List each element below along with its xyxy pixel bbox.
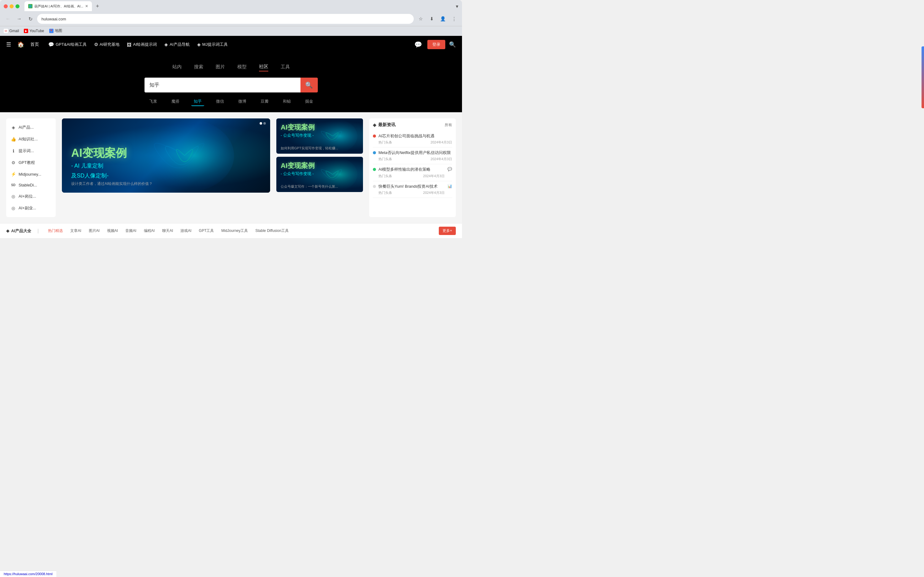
search-bar-container: 🔍 — [0, 77, 462, 92]
news-sidebar: ◈ 最新资讯 所有 AI芯片初创公司面临挑战与机遇 热门头条 2024年4月3日 — [369, 118, 456, 217]
tab-search[interactable]: 搜索 — [194, 63, 203, 71]
search-input[interactable] — [144, 77, 300, 92]
carousel-dot-2[interactable] — [263, 122, 266, 125]
address-input[interactable] — [37, 14, 414, 24]
bookmark-youtube[interactable]: ▶ YouTube — [24, 29, 44, 33]
news-date-1: 2024年4月3日 — [430, 140, 452, 145]
right-banner-1[interactable]: AI变现案例 - 公众号写作变现 - 如何利用GPT实现写作变现，轻松赚... — [276, 118, 363, 154]
banner-background: AI变现案例 - AI 儿童定制 及SD人像定制- 设计类工作者，通过AI绘画能… — [62, 118, 270, 193]
sidebar-item-midjourney[interactable]: ⚡ Midjourney... — [6, 169, 56, 180]
news-category-1: 热门头条 — [378, 140, 392, 145]
minimize-button[interactable] — [10, 4, 14, 8]
quick-feijing[interactable]: 飞浆 — [147, 97, 160, 106]
bottom-tab-chat[interactable]: 聊天AI — [159, 227, 176, 235]
bookmarks-bar: M Gmail ▶ YouTube 📍 地图 — [0, 26, 462, 36]
right-banner-2-sub: - 公众号写作变现 - — [281, 171, 314, 177]
bottom-tab-sd[interactable]: Stable Diffusion工具 — [252, 227, 292, 235]
new-tab-button[interactable]: + — [93, 2, 102, 11]
quick-mota[interactable]: 魔搭 — [169, 97, 182, 106]
sidebar-sd-label: StableDi... — [19, 183, 37, 187]
bottom-tab-game[interactable]: 游戏AI — [177, 227, 194, 235]
sidebar-item-gpt-tutorial[interactable]: ⚙ GPT教程 — [6, 157, 56, 169]
maximize-button[interactable] — [16, 4, 19, 8]
website: ☰ 🏠 首页 💬 GPT&AI绘画工具 ⚙ AI研究基地 🖼 AI绘画提示词 ◈… — [0, 36, 462, 238]
nav-ai-research[interactable]: ⚙ AI研究基地 — [91, 39, 123, 50]
news-item-4[interactable]: 快餐巨头Yum! Brands投资AI技术 热门头条 2024年4月3日 📊 — [373, 181, 452, 198]
right-banner-2[interactable]: AI变现案例 - 公众号写作变现 - 公众号爆文写作：一个新号凭什么第... — [276, 157, 363, 192]
home-icon[interactable]: 🏠 — [17, 41, 24, 48]
search-button[interactable]: 🔍 — [449, 41, 456, 48]
quick-douban[interactable]: 豆瓣 — [258, 97, 271, 106]
nav-mj-prompt[interactable]: ◈ MJ提示词工具 — [194, 39, 231, 50]
sidebar-item-ai-position[interactable]: ◎ AI+岗位... — [6, 190, 56, 202]
bottom-divider: | — [37, 228, 39, 234]
sidebar-item-prompt[interactable]: ℹ 提示词... — [6, 145, 56, 157]
tab-site[interactable]: 站内 — [172, 63, 182, 71]
news-all-button[interactable]: 所有 — [445, 122, 452, 128]
nav-product-icon: ◈ — [164, 42, 168, 47]
news-item-3[interactable]: AI模型多样性输出的潜在策略 热门头条 2024年4月3日 💬 — [373, 164, 452, 181]
sidebar-mj-icon: ⚡ — [11, 172, 16, 177]
more-button[interactable]: 更多+ — [439, 227, 456, 235]
bookmark-maps[interactable]: 📍 地图 — [49, 28, 62, 34]
search-bar: 🔍 — [144, 77, 318, 92]
sidebar-ai-products-icon: ◈ — [11, 125, 16, 130]
hamburger-menu[interactable]: ☰ — [6, 41, 11, 48]
bookmark-gmail[interactable]: M Gmail — [4, 29, 19, 33]
right-banner-1-title: AI变现案例 — [281, 123, 315, 132]
search-submit-button[interactable]: 🔍 — [300, 77, 318, 92]
search-submit-icon: 🔍 — [305, 81, 313, 89]
bottom-tab-gpt[interactable]: GPT工具 — [196, 227, 217, 235]
active-tab[interactable]: 🌐 葫芦娃AI | AI写作、AI绘画、AI... ✕ — [24, 1, 92, 11]
carousel-dot-1[interactable] — [260, 122, 262, 125]
sidebar-item-ai-knowledge[interactable]: 👍 AI知识社... — [6, 133, 56, 145]
tab-tools[interactable]: 工具 — [281, 63, 290, 71]
news-item-2[interactable]: Meta否认向Netflix提供用户私信访问权限 热门头条 2024年4月3日 — [373, 148, 452, 164]
title-bar: 🌐 葫芦娃AI | AI写作、AI绘画、AI... ✕ + ▾ — [0, 0, 462, 12]
tab-dropdown-button[interactable]: ▾ — [456, 3, 458, 9]
download-icon[interactable]: ⬇ — [427, 15, 436, 23]
bottom-tab-code[interactable]: 编程AI — [141, 227, 158, 235]
sidebar-item-stable-diff[interactable]: SD StableDi... — [6, 180, 56, 190]
nav-ai-paint[interactable]: 🖼 AI绘画提示词 — [124, 39, 160, 50]
back-button[interactable]: ← — [4, 15, 12, 23]
tab-image[interactable]: 图片 — [216, 63, 225, 71]
home-label[interactable]: 首页 — [30, 42, 39, 47]
wechat-button[interactable]: 💬 — [412, 39, 424, 50]
login-button[interactable]: 登录 — [427, 40, 445, 49]
tab-community[interactable]: 社区 — [259, 63, 268, 71]
right-banner-2-desc: 公众号爆文写作：一个新号凭什么第... — [281, 184, 360, 189]
bottom-tab-mj[interactable]: MidJourney工具 — [218, 227, 251, 235]
news-item-1[interactable]: AI芯片初创公司面临挑战与机遇 热门头条 2024年4月3日 — [373, 131, 452, 148]
banner-title: AI变现案例 — [71, 146, 153, 160]
nav-paint-icon: 🖼 — [127, 42, 131, 47]
bottom-tab-audio[interactable]: 音频AI — [122, 227, 139, 235]
quick-hexie[interactable]: 和鲸 — [280, 97, 293, 106]
reload-button[interactable]: ↻ — [26, 15, 35, 23]
maps-favicon: 📍 — [49, 29, 53, 33]
bottom-tab-image[interactable]: 图片AI — [86, 227, 103, 235]
tab-close-button[interactable]: ✕ — [85, 4, 88, 8]
close-button[interactable] — [4, 4, 8, 8]
nav-gpt-label: GPT&AI绘画工具 — [56, 42, 87, 47]
forward-button[interactable]: → — [15, 15, 24, 23]
sidebar-item-ai-sideline[interactable]: ◎ AI+副业... — [6, 202, 56, 214]
nav-gpt-ai[interactable]: 💬 GPT&AI绘画工具 — [45, 39, 90, 50]
news-text-1: AI芯片初创公司面临挑战与机遇 — [378, 133, 452, 139]
quick-weibo[interactable]: 微博 — [236, 97, 249, 106]
quick-zhihu[interactable]: 知乎 — [191, 97, 204, 106]
bookmark-star-icon[interactable]: ☆ — [416, 15, 425, 23]
bottom-tab-article[interactable]: 文章AI — [67, 227, 84, 235]
tab-model[interactable]: 模型 — [237, 63, 247, 71]
bottom-tab-video[interactable]: 视频AI — [104, 227, 121, 235]
main-banner[interactable]: AI变现案例 - AI 儿童定制 及SD人像定制- 设计类工作者，通过AI绘画能… — [62, 118, 270, 193]
gmail-favicon: M — [4, 29, 8, 33]
sidebar-item-ai-products[interactable]: ◈ AI产品... — [6, 121, 56, 133]
bottom-tab-hot[interactable]: 热门精选 — [45, 227, 66, 235]
quick-juejin[interactable]: 掘金 — [303, 97, 316, 106]
profile-icon[interactable]: 👤 — [438, 15, 447, 23]
news-meta-2: 热门头条 2024年4月3日 — [378, 157, 452, 161]
menu-icon[interactable]: ⋮ — [450, 15, 458, 23]
quick-weixin[interactable]: 微信 — [213, 97, 226, 106]
nav-ai-product[interactable]: ◈ AI产品导航 — [161, 39, 192, 50]
